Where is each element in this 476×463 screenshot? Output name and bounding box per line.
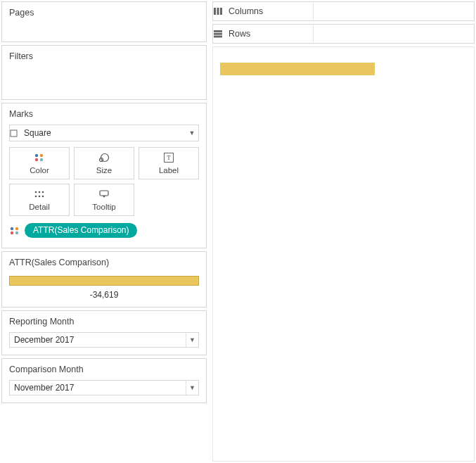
rows-icon [213, 30, 229, 38]
marks-color-pill-row: ATTR(Sales Comparison) [2, 220, 206, 248]
mark-type-label: Square [24, 128, 186, 138]
svg-point-12 [42, 196, 44, 198]
svg-rect-18 [214, 8, 216, 15]
marks-detail-label: Detail [29, 203, 49, 211]
tooltip-icon [99, 189, 109, 200]
svg-point-16 [11, 231, 13, 234]
marks-detail-button[interactable]: Detail [9, 184, 70, 216]
color-legend-value: -34,619 [2, 288, 206, 307]
svg-rect-21 [214, 30, 222, 32]
filters-title: Filters [2, 46, 206, 65]
svg-point-14 [11, 227, 13, 229]
color-pill[interactable]: ATTR(Sales Comparison) [25, 223, 137, 238]
svg-rect-0 [11, 130, 17, 137]
columns-drop-zone[interactable] [313, 2, 474, 20]
svg-point-10 [35, 196, 37, 198]
svg-point-17 [15, 231, 18, 234]
svg-point-9 [42, 191, 44, 194]
pages-shelf[interactable]: Pages [1, 1, 207, 42]
label-icon: T [164, 152, 174, 163]
marks-color-label: Color [30, 166, 49, 175]
svg-rect-19 [217, 8, 219, 15]
rows-label: Rows [229, 29, 313, 39]
color-icon [9, 226, 20, 236]
param-comparison-month-card: Comparison Month November 2017 ▼ [1, 358, 207, 403]
marks-size-label: Size [96, 166, 112, 175]
rows-shelf[interactable]: Rows [212, 24, 475, 44]
marks-label-button[interactable]: T Label [139, 147, 199, 179]
param-comparison-month-title: Comparison Month [2, 359, 206, 379]
columns-icon [213, 7, 229, 15]
param-comparison-month-dropdown[interactable]: November 2017 ▼ [9, 380, 199, 395]
columns-shelf[interactable]: Columns [212, 1, 475, 21]
svg-point-3 [35, 158, 38, 161]
svg-point-15 [15, 227, 18, 229]
svg-rect-22 [214, 33, 222, 35]
chevron-down-icon: ▼ [186, 333, 198, 347]
mark-type-dropdown[interactable]: Square ▼ [9, 125, 199, 141]
marks-label-label: Label [159, 166, 179, 175]
param-reporting-month-title: Reporting Month [2, 311, 206, 331]
color-legend-card[interactable]: ATTR(Sales Comparison) -34,619 [1, 251, 207, 307]
detail-icon [34, 189, 44, 200]
square-mark[interactable] [220, 63, 375, 75]
chevron-down-icon: ▼ [186, 381, 198, 395]
filters-shelf[interactable]: Filters [1, 45, 207, 100]
svg-rect-20 [220, 8, 222, 15]
marks-tooltip-button[interactable]: Tooltip [74, 184, 134, 216]
svg-point-5 [101, 154, 109, 162]
param-reporting-month-dropdown[interactable]: December 2017 ▼ [9, 332, 199, 348]
color-legend-bar [9, 276, 199, 286]
marks-color-button[interactable]: Color [9, 147, 70, 179]
param-reporting-month-card: Reporting Month December 2017 ▼ [1, 310, 207, 355]
marks-card: Marks Square ▼ Color Size [1, 103, 207, 248]
svg-point-7 [35, 191, 37, 194]
columns-label: Columns [229, 6, 313, 16]
svg-point-11 [39, 196, 41, 198]
square-icon [10, 129, 24, 137]
svg-point-8 [39, 191, 41, 194]
color-legend-title: ATTR(Sales Comparison) [2, 252, 206, 272]
color-icon [34, 152, 45, 163]
marks-size-button[interactable]: Size [74, 147, 134, 179]
svg-rect-13 [100, 191, 108, 196]
svg-rect-23 [214, 36, 222, 38]
param-reporting-month-value: December 2017 [14, 335, 186, 345]
rows-drop-zone[interactable] [313, 25, 474, 43]
marks-title: Marks [2, 103, 206, 125]
visualization-canvas[interactable] [212, 46, 475, 462]
marks-tooltip-label: Tooltip [92, 203, 115, 211]
svg-point-2 [40, 154, 43, 157]
svg-point-4 [40, 158, 43, 161]
pages-title: Pages [2, 2, 206, 22]
svg-point-1 [35, 154, 38, 157]
chevron-down-icon: ▼ [186, 129, 198, 137]
size-icon [98, 152, 110, 163]
param-comparison-month-value: November 2017 [14, 383, 186, 393]
